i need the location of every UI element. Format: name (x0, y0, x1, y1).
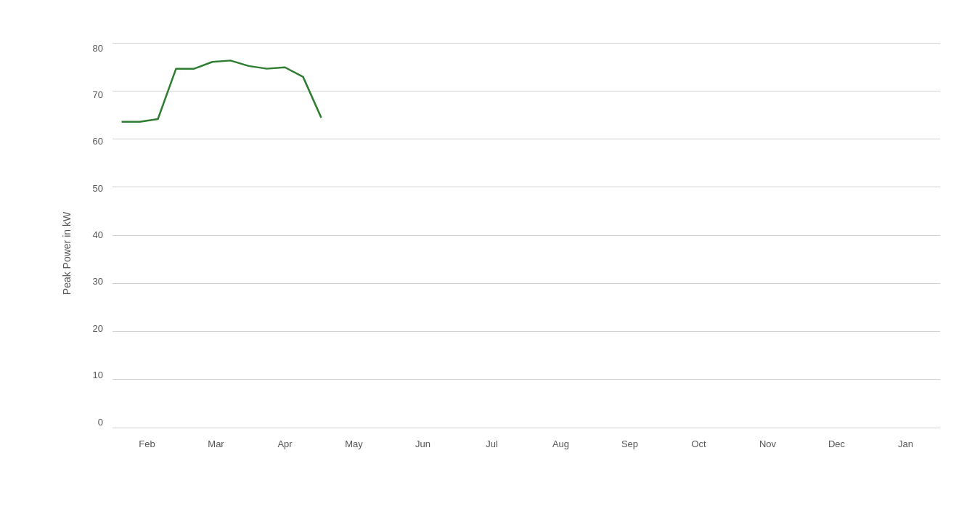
y-tick-label: 30 (93, 276, 109, 287)
x-tick-label: Mar (181, 438, 250, 449)
x-tick-label: Jul (457, 438, 526, 449)
x-tick-label: Aug (526, 438, 595, 449)
x-tick-label: Jan (871, 438, 940, 449)
grid-line (113, 283, 940, 284)
x-tick-label: Nov (733, 438, 802, 449)
y-tick-label: 60 (93, 136, 109, 147)
x-axis-labels: FebMarAprMayJunJulAugSepOctNovDecJan (113, 431, 940, 464)
x-tick-label: Oct (664, 438, 733, 449)
grid-line (113, 331, 940, 332)
x-tick-label: Feb (113, 438, 181, 449)
y-axis-labels: 80706050403020100 (69, 43, 109, 428)
y-tick-label: 50 (93, 183, 109, 194)
grid-line (113, 379, 940, 380)
grid-line (113, 235, 940, 236)
line-chart-svg (113, 43, 330, 152)
y-tick-label: 10 (93, 370, 109, 380)
x-tick-label: May (319, 438, 388, 449)
chart-inner: 80706050403020100 FebMarAprMayJunJulAugS… (69, 43, 955, 464)
chart-container: Peak Power in kW 80706050403020100 FebMa… (18, 21, 962, 486)
y-tick-label: 40 (93, 229, 109, 240)
y-tick-label: 70 (93, 89, 109, 100)
grid-line (113, 428, 940, 428)
x-tick-label: Dec (802, 438, 871, 449)
y-tick-label: 80 (93, 43, 109, 54)
y-tick-label: 20 (93, 323, 109, 334)
x-tick-label: Sep (595, 438, 664, 449)
x-tick-label: Apr (250, 438, 319, 449)
x-tick-label: Jun (388, 438, 457, 449)
grid-line (113, 187, 940, 187)
y-tick-label: 0 (98, 417, 109, 428)
chart-line (122, 60, 322, 121)
